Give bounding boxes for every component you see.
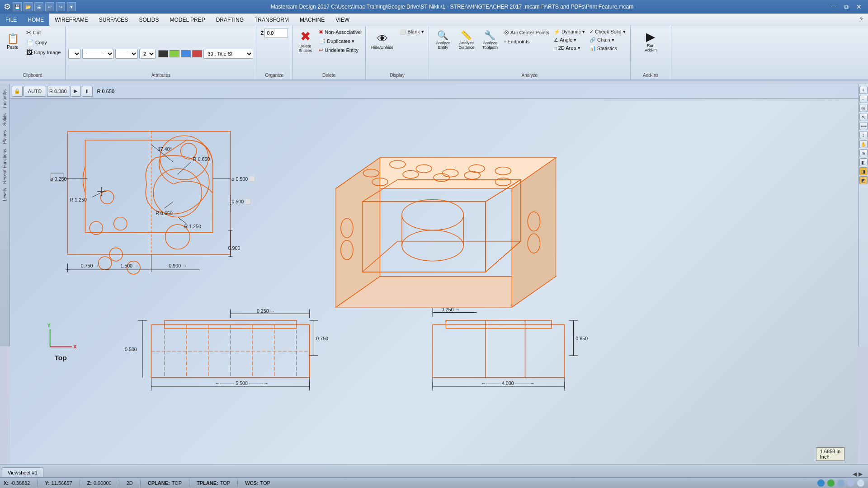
status-icon5[interactable] <box>857 479 864 487</box>
blank-button[interactable]: ⬜ Blank ▾ <box>398 28 426 36</box>
rs-btn10[interactable]: ◨ <box>859 167 868 175</box>
menu-machine[interactable]: MACHINE <box>294 14 330 26</box>
layer-select[interactable]: 30 : Title SI <box>203 49 253 59</box>
menu-drafting[interactable]: DRAFTING <box>211 14 249 26</box>
menu-wireframe[interactable]: WIREFRAME <box>49 14 93 26</box>
statistics-button[interactable]: 📊 Statistics <box>588 44 627 52</box>
duplicates-button[interactable]: 📑 Duplicates ▾ <box>317 37 362 45</box>
ct-r380[interactable]: R 0.380 <box>47 86 69 97</box>
arc-center-button[interactable]: ⊙ Arc Center Points <box>502 28 551 37</box>
2darea-button[interactable]: □ 2D Area ▾ <box>552 44 587 52</box>
scroll-right[interactable]: ▶ <box>859 471 863 477</box>
linestyle-select[interactable]: ───── <box>82 49 114 59</box>
check-solid-icon: ✓ <box>590 29 594 35</box>
quick-access-more[interactable]: ▼ <box>67 2 76 11</box>
analyze-content: 🔍 AnalyzeEntity 📏 AnalyzeDistance 🔧 Anal… <box>432 28 627 80</box>
z-input[interactable] <box>264 28 288 38</box>
copy-button[interactable]: 📄 Copy <box>24 38 62 47</box>
viewsheet-tab-1[interactable]: Viewsheet #1 <box>2 467 43 477</box>
ct-auto[interactable]: AUTO <box>24 86 46 97</box>
ct-radius-label: R 0.650 <box>97 89 115 94</box>
close-button[interactable]: ✕ <box>854 2 864 11</box>
non-assoc-icon: ✖ <box>319 29 323 35</box>
ct-pause[interactable]: ⏸ <box>82 86 93 97</box>
measurement-unit: Inch <box>820 454 830 460</box>
rs-btn8[interactable]: 🖱 <box>859 149 868 157</box>
rs-zoom-in[interactable]: + <box>859 86 868 94</box>
check-solid-button[interactable]: ✓ Check Solid ▾ <box>588 28 627 36</box>
rs-btn7[interactable]: ✋ <box>859 140 868 148</box>
scroll-left[interactable]: ◀ <box>853 471 857 477</box>
sidebar-recent-functions[interactable]: Recent Functions <box>1 147 8 186</box>
menu-view[interactable]: VIEW <box>330 14 355 26</box>
quick-access-undo[interactable]: ↩ <box>45 2 54 11</box>
hide-unhide-button[interactable]: 👁 Hide/Unhide <box>368 28 396 55</box>
run-addin-button[interactable]: ▶ RunAdd-In <box>641 28 660 55</box>
delete-entities-button[interactable]: ✖ DeleteEntities <box>295 28 315 55</box>
color-swatch2[interactable] <box>181 50 191 57</box>
d075r-text: 0.750 <box>316 336 328 341</box>
coordinate-axes: Y X <box>47 323 77 350</box>
r065top-leader <box>178 162 191 174</box>
rs-btn9[interactable]: ◧ <box>859 158 868 166</box>
color-swatch3[interactable] <box>192 50 202 57</box>
minimize-button[interactable]: ─ <box>828 2 839 11</box>
non-assoc-button[interactable]: ✖ Non-Associative <box>317 28 362 36</box>
rs-zoom-out[interactable]: − <box>859 95 868 103</box>
analyze-distance-button[interactable]: 📏 AnalyzeDistance <box>455 28 478 52</box>
cut-button[interactable]: ✂ Cut <box>24 28 62 37</box>
x-label: X: <box>4 480 9 486</box>
quick-access-print[interactable]: 🖨 <box>34 2 43 11</box>
undelete-button[interactable]: ↩ Undelete Entity <box>317 46 362 54</box>
chain-button[interactable]: 🔗 Chain ▾ <box>588 36 627 44</box>
menu-file[interactable]: FILE <box>0 14 22 26</box>
linewidth-select[interactable]: ─── <box>115 49 138 59</box>
non-assoc-label: Non-Associative <box>325 29 360 35</box>
status-icon2[interactable] <box>827 479 835 487</box>
ct-lock[interactable]: 🔒 <box>12 86 23 97</box>
view-2d-select[interactable]: 2D <box>139 49 156 59</box>
quick-access-redo[interactable]: ↪ <box>56 2 65 11</box>
menu-help[interactable]: ? <box>854 14 868 26</box>
rs-btn3[interactable]: ◎ <box>859 104 868 112</box>
color-swatch1[interactable] <box>170 50 179 57</box>
status-icon1[interactable] <box>817 479 825 487</box>
menu-solids[interactable]: SOLIDS <box>133 14 164 26</box>
canvas-area[interactable]: 🔒 AUTO R 0.380 ▶ ⏸ R 0.650 <box>10 84 858 465</box>
d750-text: 0.750 → <box>81 263 99 268</box>
copy-image-button[interactable]: 🖼 Copy Image <box>24 48 62 57</box>
menu-surfaces[interactable]: SURFACES <box>94 14 134 26</box>
paste-button[interactable]: 📋 Paste <box>3 28 23 55</box>
quick-access-save[interactable]: 💾 <box>13 2 22 11</box>
status-icon3[interactable] <box>837 479 844 487</box>
sidebar-solids[interactable]: Solids <box>1 112 8 127</box>
sidebar-toolpaths[interactable]: Toolpaths <box>1 88 8 111</box>
menu-transform[interactable]: TRANSFORM <box>249 14 294 26</box>
analyze-toolpath-button[interactable]: 🔧 AnalyzeToolpath <box>479 28 501 52</box>
quick-access-open[interactable]: 📂 <box>24 2 33 11</box>
rs-btn4[interactable]: ↖ <box>859 113 868 121</box>
sr-d025-text: 0.250 → <box>442 307 460 312</box>
current-color[interactable] <box>158 50 168 57</box>
window-controls[interactable]: ─ ⧉ ✕ <box>828 2 864 11</box>
sep6 <box>237 479 238 487</box>
menu-modelprep[interactable]: MODEL PREP <box>164 14 210 26</box>
maximize-button[interactable]: ⧉ <box>841 2 852 11</box>
analyze-entity-button[interactable]: 🔍 AnalyzeEntity <box>432 28 454 52</box>
status-icon4[interactable] <box>847 479 854 487</box>
mode-indicator: 2D <box>127 480 133 486</box>
dynamic-button[interactable]: ⚡ Dynamic ▾ <box>552 28 587 36</box>
sidebar-planes[interactable]: Planes <box>1 128 8 146</box>
z-coord: Z: 0.00000 <box>87 480 112 486</box>
sep1 <box>37 479 38 487</box>
angle-button[interactable]: ∠ Angle ▾ <box>552 36 587 44</box>
r125c-leader <box>178 217 186 224</box>
rs-btn6[interactable]: ↕ <box>859 131 868 139</box>
sidebar-levels[interactable]: Levels <box>1 186 8 203</box>
rs-btn11[interactable]: ◩ <box>859 176 868 184</box>
menu-home[interactable]: HOME <box>22 14 49 26</box>
endpoints-button[interactable]: ◦ Endpoints <box>502 37 551 46</box>
ct-play[interactable]: ▶ <box>70 86 81 97</box>
color-select[interactable]: O <box>68 49 81 59</box>
rs-btn5[interactable]: ⟺ <box>859 122 868 130</box>
